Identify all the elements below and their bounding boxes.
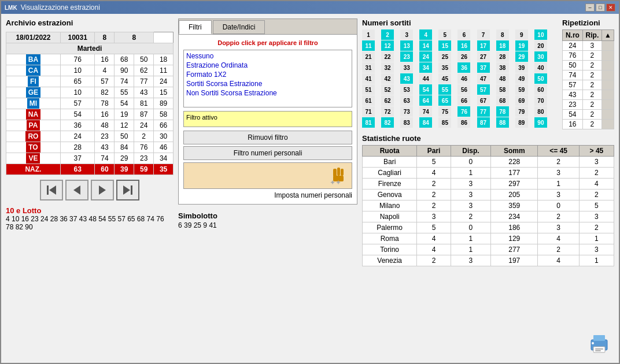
ruota-label: VE	[26, 153, 40, 164]
num2: 78	[95, 98, 115, 109]
num-cell: 28	[496, 51, 509, 62]
personal-numbers-box: ✦✦	[183, 162, 352, 189]
table-row: FI 65 57 74 77 24	[6, 76, 174, 87]
num4: 81	[134, 98, 154, 109]
rip-header-r: Rip.	[582, 30, 601, 41]
num-cell: 5	[438, 29, 451, 40]
stat-disp: 1	[451, 233, 490, 244]
list-item[interactable]: Non Sortiti Scorsa Estrazione	[185, 88, 350, 98]
simbolotto-numbers: 6 39 25 9 41	[178, 221, 357, 229]
num-cell: 34	[419, 62, 432, 73]
maximize-button[interactable]: □	[596, 3, 605, 12]
num4: 43	[134, 87, 154, 98]
num5: 66	[154, 120, 174, 131]
num3: 84	[115, 142, 134, 153]
stat-header-cell: Ruota	[363, 146, 417, 157]
num3: 29	[115, 153, 134, 164]
num-cell: 49	[515, 73, 528, 84]
rip-scroll	[602, 70, 614, 80]
ten-lotto-title: 10 e Lotto	[6, 206, 174, 215]
num4: 77	[134, 76, 154, 87]
rip-n: 54	[563, 110, 583, 120]
table-row: VE 37 74 29 23 34	[6, 153, 174, 164]
stat-somm: 297	[491, 179, 538, 190]
table-row: 502	[563, 61, 614, 70]
simbolotto-title: Simbolotto	[178, 211, 357, 220]
table-row: BA 76 16 68 50 18	[6, 54, 174, 65]
svg-marker-2	[73, 185, 80, 195]
stat-tbody: Bari 5 0 228 2 3 Cagliari 4 1 177 3 2 Fi…	[363, 157, 614, 266]
table-row: 162	[563, 120, 614, 129]
filter-list[interactable]: NessunoEstrazione OrdinataFormato 1X2Sor…	[183, 50, 352, 107]
list-item[interactable]: Formato 1X2	[185, 70, 350, 79]
num-cell: 21	[362, 51, 375, 62]
num2: 23	[95, 131, 115, 142]
num5: 11	[154, 65, 174, 76]
num-cell: 40	[534, 62, 547, 73]
numeri-grid: 1234567891011121314151617181920212223242…	[362, 29, 553, 128]
header-row: 18/01/2022 10031 8 8	[6, 32, 174, 43]
num-cell: 18	[496, 40, 509, 51]
archive-title: Archivio estrazioni	[6, 18, 174, 27]
ripetizioni-title: Ripetizioni	[562, 18, 614, 27]
stat-le45: 0	[538, 200, 580, 211]
num-cell: 12	[381, 40, 394, 51]
rip-header-n: N.ro	[563, 30, 583, 41]
num3: 12	[115, 120, 134, 131]
svg-rect-14	[595, 348, 603, 350]
num-cell: 43	[400, 73, 413, 84]
table-row: Napoli 3 2 234 2 3	[363, 211, 614, 222]
rip-scroll	[602, 120, 614, 129]
stat-header-cell: > 45	[579, 146, 614, 157]
ripetizioni-section: Ripetizioni N.ro Rip. ▲ 2437625027425724…	[562, 18, 614, 129]
stat-gt45: 2	[579, 222, 614, 233]
num2: 16	[95, 54, 115, 65]
num-cell: 23	[400, 51, 413, 62]
naz-n4: 59	[134, 164, 154, 175]
num-cell: 1	[362, 29, 375, 40]
tab-filtri[interactable]: Filtri	[179, 20, 212, 34]
ruota-label: GE	[26, 87, 40, 98]
table-row: Milano 2 3 359 0 5	[363, 200, 614, 211]
stat-disp: 1	[451, 244, 490, 255]
num5: 18	[154, 54, 174, 65]
nav-prev-button[interactable]	[65, 180, 88, 200]
svg-text:✦✦: ✦✦	[330, 179, 341, 186]
minimize-button[interactable]: –	[585, 3, 595, 12]
naz-row: NAZ. 63 60 39 59 35	[6, 164, 174, 175]
table-row: Roma 4 1 129 4 1	[363, 233, 614, 244]
num-cell: 52	[381, 84, 394, 95]
num-cell: 4	[419, 29, 432, 40]
list-item[interactable]: Sortiti Scorsa Estrazione	[185, 79, 350, 88]
num-cell: 8	[496, 29, 509, 40]
imposta-label: Imposta numeri personali	[274, 191, 352, 199]
nav-next-button[interactable]	[91, 180, 114, 200]
num-cell: 48	[496, 73, 509, 84]
list-item[interactable]: Estrazione Ordinata	[185, 61, 350, 70]
num4: 24	[134, 120, 154, 131]
rip-r: 2	[582, 61, 601, 70]
rip-n: 23	[563, 100, 583, 110]
personal-filter-button[interactable]: Filtro numeri personali	[183, 146, 352, 160]
list-item[interactable]: Nessuno	[185, 51, 350, 61]
remove-filter-button[interactable]: Rimuovi filtro	[183, 131, 352, 144]
num-cell: 46	[457, 73, 470, 84]
num-cell: 64	[419, 95, 432, 106]
num2: 48	[95, 120, 115, 131]
num-cell: 63	[400, 95, 413, 106]
tab-date-indici[interactable]: Date/Indici	[213, 20, 265, 34]
nav-first-button[interactable]	[40, 180, 63, 200]
nav-last-button[interactable]	[116, 180, 139, 200]
stat-header-cell: <= 45	[538, 146, 580, 157]
close-button[interactable]: ✕	[606, 3, 615, 12]
num1: 10	[60, 87, 95, 98]
print-button[interactable]	[586, 333, 612, 356]
num-cell: 88	[496, 117, 509, 128]
rip-r: 2	[582, 70, 601, 80]
num-cell: 45	[438, 73, 451, 84]
statistiche-title: Statistiche ruote	[362, 134, 614, 143]
num4: 62	[134, 65, 154, 76]
num-cell: 80	[534, 106, 547, 117]
num1: 57	[60, 98, 95, 109]
stat-gt45: 3	[579, 244, 614, 255]
